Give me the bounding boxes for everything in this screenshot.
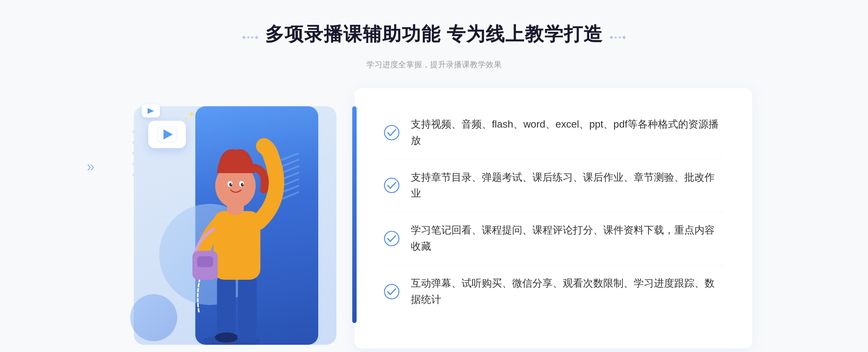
- svg-rect-48: [217, 272, 236, 338]
- check-icon-4: [383, 283, 400, 300]
- dots-tr: [738, 43, 774, 80]
- feature-text-1: 支持视频、音频、flash、word、excel、ppt、pdf等各种格式的资源…: [411, 116, 723, 149]
- check-icon-1: [383, 124, 400, 141]
- check-icon-2: [383, 177, 400, 194]
- svg-point-60: [243, 184, 244, 185]
- outer-chevrons: »: [87, 160, 94, 173]
- svg-rect-49: [238, 272, 257, 338]
- check-icon-3: [383, 230, 400, 247]
- svg-point-57: [229, 183, 232, 186]
- feature-item-3: 学习笔记回看、课程提问、课程评论打分、课件资料下载，重点内容收藏: [383, 212, 723, 265]
- dots-tl: for(let r=0;r<6;r++){for(let c=0;c<6;c++…: [83, 47, 127, 90]
- deco-dot-3: [251, 36, 254, 38]
- feature-item-4: 互动弹幕、试听购买、微信分享、观看次数限制、学习进度跟踪、数据统计: [383, 265, 723, 318]
- feature-item-2: 支持章节目录、弹题考试、课后练习、课后作业、章节测验、批改作业: [383, 159, 723, 213]
- left-accent-bar: [352, 106, 357, 323]
- deco-dot-7: [618, 36, 621, 38]
- deco-dot-4: [255, 35, 258, 39]
- svg-point-63: [384, 125, 399, 140]
- right-features-panel: 支持视频、音频、flash、word、excel、ppt、pdf等各种格式的资源…: [354, 88, 752, 348]
- person-illustration: [166, 110, 297, 345]
- check-circle-svg: [384, 231, 400, 246]
- svg-point-66: [384, 284, 399, 299]
- content-area: »: [116, 88, 752, 348]
- svg-point-51: [237, 333, 258, 342]
- left-decoration: [243, 36, 258, 39]
- svg-point-59: [231, 184, 232, 185]
- chevron-icon-1: »: [87, 160, 94, 173]
- check-circle-svg: [384, 177, 400, 193]
- main-title: 多项录播课辅助功能 专为线上教学打造: [265, 22, 603, 47]
- features-list: 支持视频、音频、flash、word、excel、ppt、pdf等各种格式的资源…: [383, 106, 723, 318]
- svg-point-64: [384, 178, 399, 193]
- check-circle-svg: [384, 125, 400, 141]
- deco-dot-2: [247, 36, 250, 38]
- svg-point-50: [215, 332, 238, 343]
- left-illustration: ✦ ✦: [116, 88, 362, 348]
- deco-dot-1: [242, 35, 246, 39]
- play-bubble-small: [142, 104, 160, 117]
- svg-point-58: [241, 183, 244, 186]
- subtitle: 学习进度全掌握，提升录播课教学效果: [243, 59, 625, 70]
- feature-item-1: 支持视频、音频、flash、word、excel、ppt、pdf等各种格式的资源…: [383, 106, 723, 159]
- deco-dot-5: [610, 35, 613, 39]
- check-circle-svg: [384, 284, 400, 300]
- header-section: 多项录播课辅助功能 专为线上教学打造 学习进度全掌握，提升录播课教学效果: [243, 22, 625, 70]
- svg-rect-62: [197, 256, 213, 267]
- page-container: for(let r=0;r<6;r++){for(let c=0;c<6;c++…: [0, 0, 868, 352]
- header-decoration: 多项录播课辅助功能 专为线上教学打造: [243, 22, 625, 53]
- deco-dot-6: [614, 36, 617, 38]
- play-icon-small: [146, 107, 156, 115]
- svg-point-65: [384, 231, 399, 246]
- deco-dot-8: [622, 35, 626, 39]
- feature-text-2: 支持章节目录、弹题考试、课后练习、课后作业、章节测验、批改作业: [411, 169, 723, 202]
- feature-text-4: 互动弹幕、试听购买、微信分享、观看次数限制、学习进度跟踪、数据统计: [411, 275, 723, 308]
- svg-marker-39: [148, 108, 154, 114]
- feature-text-3: 学习笔记回看、课程提问、课程评论打分、课件资料下载，重点内容收藏: [411, 222, 723, 255]
- right-decoration: [610, 36, 625, 39]
